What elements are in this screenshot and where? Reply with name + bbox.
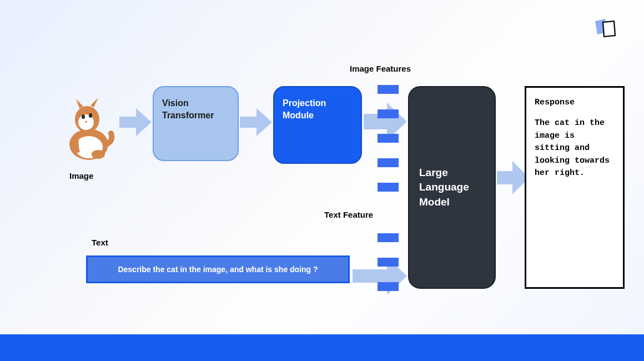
llm-box: Large Language Model [408, 86, 496, 289]
text-token [378, 258, 399, 267]
image-feature-tokens [378, 85, 399, 192]
projection-module-box: Projection Module [273, 86, 362, 164]
image-features-label: Image Features [350, 64, 411, 73]
app-logo [588, 17, 622, 47]
text-prompt: Describe the cat in the image, and what … [118, 265, 318, 274]
text-token [378, 233, 399, 242]
text-prompt-box: Describe the cat in the image, and what … [86, 255, 350, 283]
image-token [378, 158, 399, 167]
text-label: Text [92, 238, 108, 247]
response-text: The cat in the image is sitting and look… [535, 117, 615, 180]
svg-point-4 [82, 114, 85, 119]
svg-point-5 [89, 113, 92, 118]
vision-transformer-label: Vision Transformer [162, 97, 229, 122]
image-token [378, 109, 399, 118]
llm-label: Large Language Model [419, 166, 485, 210]
input-image [58, 89, 119, 161]
svg-point-6 [92, 150, 105, 159]
image-token [378, 183, 399, 192]
vision-transformer-box: Vision Transformer [153, 86, 239, 161]
text-token [378, 282, 399, 291]
image-token [378, 134, 399, 143]
projection-module-label: Projection Module [283, 97, 353, 122]
arrow-vision-to-projection [240, 108, 273, 138]
image-token [378, 85, 399, 94]
text-feature-tokens [378, 233, 399, 291]
image-label: Image [69, 171, 93, 180]
bottom-bar [0, 334, 644, 361]
arrow-image-to-vision [119, 108, 153, 138]
response-title: Response [535, 98, 615, 107]
text-feature-label: Text Feature [324, 210, 373, 219]
response-box: Response The cat in the image is sitting… [525, 86, 625, 289]
